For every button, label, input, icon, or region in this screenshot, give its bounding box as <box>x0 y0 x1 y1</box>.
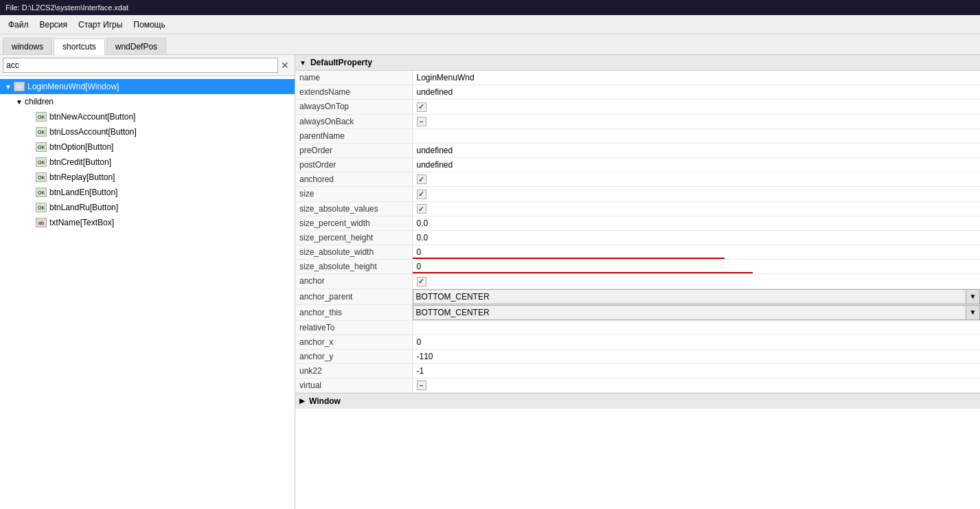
tree-label-btnLandRu: btnLandRu[Button] <box>49 203 118 212</box>
tree-item-btnNewAccount[interactable]: OK btnNewAccount[Button] <box>22 109 295 124</box>
left-panel: ✕ ▼ W LoginMenuWnd[Window] ▼ children <box>0 55 295 509</box>
checkbox-size-absolute-values[interactable] <box>417 204 426 214</box>
menu-help[interactable]: Помощь <box>128 17 170 32</box>
prop-value-preOrder[interactable] <box>412 143 980 157</box>
checkbox-size[interactable] <box>417 190 426 199</box>
dropdown-anchor-parent-arrow[interactable]: ▼ <box>966 290 979 304</box>
prop-value-parentName[interactable] <box>412 128 980 143</box>
prop-value-alwaysOnBack[interactable] <box>412 114 980 128</box>
prop-value-anchor[interactable] <box>412 274 980 289</box>
tree-toggle-root[interactable]: ▼ <box>3 83 14 91</box>
prop-value-postOrder[interactable] <box>412 157 980 172</box>
button-icon-2: OK <box>36 127 47 137</box>
dropdown-anchor-parent[interactable]: BOTTOM_CENTER ▼ <box>413 289 981 304</box>
menu-version[interactable]: Версия <box>34 17 73 32</box>
section-footer-window[interactable]: ▶ Window <box>295 393 980 409</box>
input-parentName[interactable] <box>417 131 977 141</box>
tab-windows[interactable]: windows <box>3 38 52 54</box>
tree-item-txtName[interactable]: ab txtName[TextBox] <box>22 215 295 230</box>
button-icon-7: OK <box>36 203 47 212</box>
tree-item-root[interactable]: ▼ W LoginMenuWnd[Window] <box>0 79 295 94</box>
tree-label-btnOption: btnOption[Button] <box>49 142 113 152</box>
search-clear-button[interactable]: ✕ <box>278 58 292 72</box>
tree-label-btnNewAccount: btnNewAccount[Button] <box>49 112 135 122</box>
prop-label-anchor-x: anchor_x <box>295 335 412 349</box>
prop-row-size-absolute-height: size_absolute_height <box>295 260 980 274</box>
tab-wnddefpos[interactable]: wndDefPos <box>106 38 166 54</box>
tree-label-txtName: txtName[TextBox] <box>49 218 114 227</box>
tree-toggle-children[interactable]: ▼ <box>14 98 25 106</box>
prop-value-size-absolute-height[interactable] <box>412 260 980 274</box>
tree-item-btnCredit[interactable]: OK btnCredit[Button] <box>22 155 295 170</box>
prop-label-parentName: parentName <box>295 128 412 143</box>
prop-label-anchor-parent: anchor_parent <box>295 289 412 304</box>
search-bar: ✕ <box>0 55 295 76</box>
prop-value-size-absolute-width[interactable] <box>412 245 980 260</box>
prop-value-extendsName[interactable] <box>412 85 980 100</box>
tree-item-btnOption[interactable]: OK btnOption[Button] <box>22 139 295 155</box>
dropdown-anchor-this[interactable]: BOTTOM_CENTER ▼ <box>413 305 981 320</box>
prop-value-size-percent-height[interactable] <box>412 231 980 245</box>
input-size-percent-width[interactable] <box>417 218 977 228</box>
prop-value-unk22[interactable] <box>412 363 980 378</box>
checkbox-anchored[interactable] <box>417 174 426 184</box>
input-extendsName[interactable] <box>417 87 977 97</box>
input-unk22[interactable] <box>417 366 977 376</box>
menu-start-game[interactable]: Старт Игры <box>73 17 128 32</box>
prop-row-unk22: unk22 <box>295 363 980 378</box>
checkbox-anchor[interactable] <box>417 277 426 286</box>
prop-row-name: name <box>295 71 980 85</box>
section-header-default[interactable]: ▼ DefaultProperty <box>295 55 980 71</box>
prop-value-anchored[interactable] <box>412 172 980 187</box>
checkbox-virtual[interactable] <box>417 381 426 390</box>
spacer-6 <box>25 189 36 196</box>
prop-value-anchor-this[interactable]: BOTTOM_CENTER ▼ <box>412 304 980 320</box>
prop-value-name[interactable] <box>412 71 980 85</box>
checkbox-alwaysOnTop[interactable] <box>417 102 426 112</box>
tree-item-btnLandEn[interactable]: OK btnLandEn[Button] <box>22 185 295 200</box>
tree-item-btnLossAccount[interactable]: OK btnLossAccount[Button] <box>22 124 295 139</box>
prop-row-size-percent-width: size_percent_width <box>295 216 980 231</box>
red-accent-height <box>413 272 753 273</box>
search-input[interactable] <box>3 58 278 73</box>
prop-value-virtual[interactable] <box>412 378 980 392</box>
section-toggle-default: ▼ <box>299 59 306 67</box>
menu-file[interactable]: Файл <box>3 17 34 32</box>
input-size-absolute-height[interactable] <box>417 262 977 271</box>
input-anchor-y[interactable] <box>417 352 977 361</box>
dropdown-anchor-parent-value: BOTTOM_CENTER <box>413 291 966 303</box>
input-size-percent-height[interactable] <box>417 233 977 242</box>
tree-label-children: children <box>25 97 54 106</box>
input-preOrder[interactable] <box>417 146 977 155</box>
input-name[interactable] <box>417 73 977 82</box>
tree-item-btnReplay[interactable]: OK btnReplay[Button] <box>22 170 295 185</box>
prop-row-anchor-parent: anchor_parent BOTTOM_CENTER ▼ <box>295 289 980 304</box>
prop-label-size-absolute-width: size_absolute_width <box>295 245 412 260</box>
prop-value-size-percent-width[interactable] <box>412 216 980 231</box>
tab-shortcuts[interactable]: shortcuts <box>54 38 105 55</box>
input-anchor-x[interactable] <box>417 337 977 347</box>
input-postOrder[interactable] <box>417 160 977 170</box>
prop-value-size[interactable] <box>412 187 980 202</box>
prop-value-alwaysOnTop[interactable] <box>412 100 980 115</box>
tree-item-btnLandRu[interactable]: OK btnLandRu[Button] <box>22 200 295 215</box>
checkbox-alwaysOnBack[interactable] <box>417 117 426 126</box>
prop-row-postOrder: postOrder <box>295 157 980 172</box>
window-icon: W <box>14 82 25 91</box>
prop-label-name: name <box>295 71 412 85</box>
button-icon-3: OK <box>36 142 47 152</box>
input-relativeTo[interactable] <box>417 323 977 332</box>
tree-item-children[interactable]: ▼ children <box>11 94 295 109</box>
dropdown-anchor-this-arrow[interactable]: ▼ <box>966 306 979 319</box>
prop-value-size-absolute-values[interactable] <box>412 201 980 216</box>
prop-row-anchor-this: anchor_this BOTTOM_CENTER ▼ <box>295 304 980 320</box>
prop-value-anchor-y[interactable] <box>412 349 980 363</box>
prop-value-anchor-x[interactable] <box>412 335 980 349</box>
prop-value-anchor-parent[interactable]: BOTTOM_CENTER ▼ <box>412 289 980 304</box>
tree-label-btnCredit: btnCredit[Button] <box>49 157 111 167</box>
tree-children-items: OK btnNewAccount[Button] OK btnLossAccou… <box>11 109 295 230</box>
prop-row-anchor: anchor <box>295 274 980 289</box>
input-size-absolute-width[interactable] <box>417 247 977 257</box>
prop-value-relativeTo[interactable] <box>412 320 980 335</box>
menu-bar: Файл Версия Старт Игры Помощь <box>0 15 980 34</box>
